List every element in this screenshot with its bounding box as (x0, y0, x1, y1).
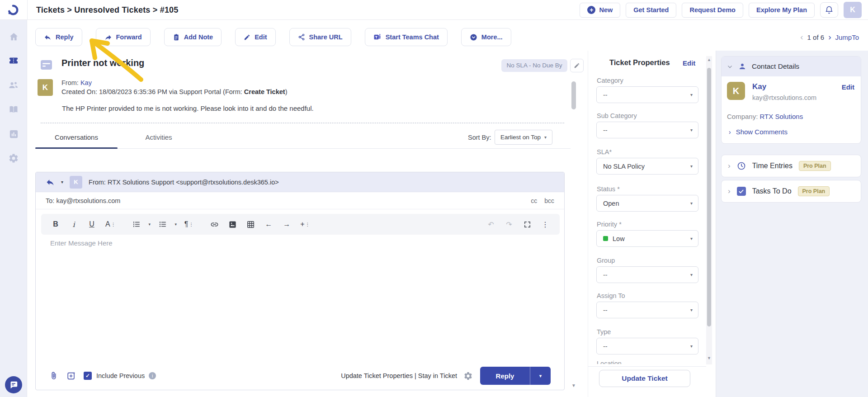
bold-icon[interactable]: B (51, 217, 60, 231)
info-icon[interactable]: i (149, 372, 156, 379)
chevron-right-icon: › (728, 187, 731, 196)
next-ticket-chevron[interactable]: › (828, 32, 831, 42)
insert-more-icon[interactable]: +⋮ (300, 217, 310, 231)
assign-to-select[interactable]: --▾ (596, 302, 698, 318)
prev-ticket-chevron[interactable]: ‹ (800, 32, 803, 42)
ticket-properties-edit[interactable]: Edit (683, 59, 695, 67)
contact-company-line: Company: RTX Solutions (727, 113, 803, 120)
start-teams-chat-button[interactable]: Start Teams Chat (365, 28, 448, 46)
tickets-icon[interactable] (8, 55, 19, 66)
desk365-logo-icon[interactable] (7, 4, 19, 16)
sort-order-select[interactable]: Earliest on Top ▾ (495, 130, 552, 145)
attach-file-icon[interactable] (49, 370, 58, 381)
add-note-label: Add Note (184, 33, 213, 41)
more-button[interactable]: More... (461, 28, 511, 46)
collapse-chevron-icon[interactable] (727, 64, 733, 70)
editor-kebab-icon[interactable]: ⋮ (541, 217, 550, 231)
new-button[interactable]: + New (580, 3, 620, 18)
bullet-list-icon[interactable] (158, 217, 167, 231)
properties-scrollbar-down-arrow[interactable]: ▼ (707, 356, 711, 360)
redo-icon[interactable]: ↷ (505, 217, 514, 231)
requester-name-link[interactable]: Kay (80, 79, 92, 86)
undo-icon[interactable]: ↶ (486, 217, 495, 231)
compose-to-row[interactable]: To: kay@rtxsolutions.com cc bcc (36, 192, 564, 209)
canned-response-icon[interactable] (66, 371, 76, 381)
company-link[interactable]: RTX Solutions (760, 113, 803, 120)
indent-icon[interactable]: → (282, 217, 291, 231)
plus-icon: + (587, 6, 595, 14)
insert-link-icon[interactable] (210, 217, 219, 231)
priority-select[interactable]: Low▾ (596, 230, 698, 247)
chevron-down-icon: ▾ (690, 344, 693, 349)
ticket-properties-title: Ticket Properties (609, 58, 670, 67)
main-scrollbar-down-arrow[interactable]: ▼ (571, 383, 576, 388)
home-icon[interactable] (8, 31, 19, 42)
bell-icon (825, 5, 834, 14)
status-select[interactable]: Open▾ (596, 195, 698, 212)
teams-icon (373, 33, 382, 41)
contact-name[interactable]: Kay (752, 82, 766, 91)
ordered-list-dropdown-icon[interactable]: ▾ (147, 217, 152, 231)
outdent-icon[interactable]: ← (264, 217, 273, 231)
sla-label: SLA* (597, 148, 612, 156)
app-root: Tickets > Unresolved Tickets > #105 + Ne… (0, 0, 868, 397)
status-label: Status * (597, 185, 620, 193)
help-chat-widget[interactable] (5, 376, 22, 393)
main-scrollbar-thumb[interactable] (571, 81, 576, 109)
tasks-title: Tasks To Do (752, 187, 792, 195)
jump-to-link[interactable]: JumpTo (835, 33, 859, 41)
type-label: Type (597, 328, 611, 336)
group-select[interactable]: --▾ (596, 266, 698, 283)
reply-type-chevron-icon[interactable]: ▾ (61, 180, 63, 184)
include-previous-checkbox[interactable]: ✓ (84, 372, 92, 380)
send-reply-button[interactable]: Reply (480, 367, 530, 385)
properties-scrollbar-thumb[interactable] (707, 68, 711, 326)
message-editor[interactable]: Enter Message Here (50, 239, 113, 247)
forward-button[interactable]: Forward (96, 28, 151, 46)
reports-icon[interactable] (8, 128, 19, 139)
underline-icon[interactable]: U (87, 217, 96, 231)
explore-my-plan-button[interactable]: Explore My Plan (749, 3, 815, 18)
edit-subject-button[interactable] (570, 59, 584, 72)
paragraph-options-icon[interactable]: ¶⋮ (184, 217, 194, 231)
reply-button[interactable]: Reply (35, 28, 82, 46)
tab-activities[interactable]: Activities (134, 133, 184, 141)
insert-table-icon[interactable] (246, 217, 255, 231)
settings-icon[interactable] (8, 153, 19, 164)
ordered-list-icon[interactable] (132, 217, 141, 231)
insert-image-icon[interactable] (228, 217, 237, 231)
notifications-button[interactable] (820, 2, 838, 18)
add-note-button[interactable]: Add Note (164, 28, 222, 46)
type-select[interactable]: --▾ (596, 338, 698, 354)
italic-icon[interactable]: i (69, 217, 78, 231)
user-avatar[interactable]: K (844, 2, 862, 18)
contact-edit-link[interactable]: Edit (842, 83, 854, 91)
time-entries-header[interactable]: › Time Entries Pro Plan (722, 155, 861, 177)
request-demo-button[interactable]: Request Demo (682, 3, 743, 18)
tasks-header[interactable]: › Tasks To Do Pro Plan (722, 180, 861, 202)
get-started-button[interactable]: Get Started (626, 3, 676, 18)
reply-options-chevron[interactable]: ▾ (530, 367, 551, 385)
edit-button[interactable]: Edit (235, 28, 275, 46)
share-url-button[interactable]: Share URL (289, 28, 351, 46)
properties-scrollbar-up-arrow[interactable]: ▲ (707, 58, 711, 62)
share-url-label: Share URL (309, 33, 343, 41)
reply-settings-gear-icon[interactable] (463, 371, 473, 381)
contacts-icon[interactable] (8, 80, 19, 90)
contact-details-header[interactable]: Contact Details (722, 57, 861, 76)
reply-arrow-icon[interactable] (46, 178, 55, 187)
bcc-button[interactable]: bcc (544, 197, 554, 204)
font-options-icon[interactable]: A⋮ (105, 217, 116, 231)
show-comments-toggle[interactable]: › Show Comments (729, 128, 788, 136)
knowledge-base-icon[interactable] (8, 104, 19, 115)
sla-select[interactable]: No SLA Policy▾ (596, 158, 698, 175)
category-select[interactable]: --▾ (596, 86, 698, 103)
tab-conversations[interactable]: Conversations (35, 133, 118, 141)
update-properties-toggle[interactable]: Update Ticket Properties | Stay in Ticke… (341, 372, 457, 379)
cc-button[interactable]: cc (531, 197, 537, 204)
properties-scrollbar-track[interactable]: ▲ ▼ (706, 56, 712, 364)
update-ticket-button[interactable]: Update Ticket (599, 370, 690, 387)
fullscreen-icon[interactable] (523, 217, 532, 231)
sub-category-select[interactable]: --▾ (596, 122, 698, 138)
bullet-list-dropdown-icon[interactable]: ▾ (174, 217, 178, 231)
